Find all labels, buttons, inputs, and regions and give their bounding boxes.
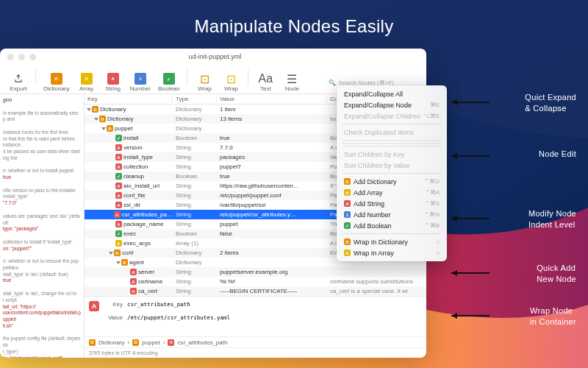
menu-expand-collapse-children: Expand/Collapse Children⌥⌘E: [337, 110, 447, 121]
menu-item[interactable]: ✓Add Boolean⌃⌘B: [337, 220, 447, 231]
row-key: collection: [123, 163, 148, 170]
type-icon: D: [99, 116, 106, 122]
row-type: Dictionary: [173, 125, 217, 132]
status-bar: 3765 bytes in UTF-8 encoding: [85, 347, 426, 358]
type-icon: D: [344, 238, 351, 245]
add-dictionary-button[interactable]: DDictionary: [40, 73, 73, 92]
menu-item[interactable]: DWrap In Dictionary○: [337, 236, 447, 247]
chevron-right-icon: ›: [163, 339, 165, 346]
row-type: Dictionary: [173, 250, 217, 256]
dictionary-icon: D: [51, 73, 62, 85]
menu-item[interactable]: AAdd Array⌃⌘A: [337, 187, 447, 198]
menu-item[interactable]: AWrap In Array○: [337, 247, 447, 258]
boolean-icon: ✓: [163, 73, 175, 85]
row-key: aio_install_url: [123, 183, 159, 189]
row-type: String: [173, 221, 217, 227]
row-key: ssl_dir: [123, 202, 140, 208]
row-key: csr_attributes_pa…: [122, 211, 173, 218]
type-icon: 1: [344, 211, 351, 218]
string-icon: A: [107, 73, 119, 85]
menu-item[interactable]: AAdd String⌃⌘S: [337, 198, 447, 209]
type-icon: A: [115, 163, 122, 170]
menu-item[interactable]: DAdd Dictionary⌃⌘D: [337, 176, 447, 187]
row-type: String: [173, 269, 217, 275]
disclosure-triangle-icon[interactable]: [87, 108, 91, 111]
svg-marker-8: [451, 270, 457, 276]
table-row[interactable]: AserverStringpuppetserver.example.org: [85, 267, 426, 277]
svg-marker-6: [451, 216, 457, 222]
add-array-button[interactable]: AArray: [74, 73, 99, 92]
row-key: server: [138, 269, 154, 275]
disclosure-triangle-icon[interactable]: [94, 118, 98, 121]
row-type: Dictionary: [173, 259, 217, 266]
col-type[interactable]: Type: [173, 96, 217, 102]
annotation-add: Quick AddNew Node: [537, 263, 576, 286]
type-icon: A: [115, 154, 122, 160]
add-string-button[interactable]: AString: [101, 73, 126, 92]
menu-item[interactable]: 1Add Number⌃⌘N: [337, 209, 447, 220]
node-mode-button[interactable]: ☰Node: [279, 73, 304, 92]
row-value: /var/lib/puppet/ssl: [217, 202, 327, 208]
type-icon: A: [130, 278, 137, 285]
row-type: String: [173, 288, 217, 294]
row-key: ca_cert: [138, 288, 157, 294]
wrap-icon: ⊡: [225, 73, 237, 85]
row-key: agent: [129, 259, 144, 266]
number-icon: 1: [135, 73, 146, 85]
menu-expand-collapse-all[interactable]: Expand/Collapse All: [337, 88, 447, 99]
dictionary-icon: D: [89, 339, 96, 346]
menu-separator: [343, 173, 441, 174]
menu-separator: [343, 146, 441, 146]
add-number-button[interactable]: 1Number: [127, 73, 154, 92]
breadcrumb[interactable]: DDictionary › Dpuppet › Acsr_attributes_…: [85, 336, 426, 347]
svg-marker-10: [451, 313, 457, 319]
row-key: install: [123, 135, 138, 141]
window-filename: ud-init-puppet.yml: [11, 53, 419, 60]
type-icon: D: [344, 178, 351, 185]
type-icon: ✓: [115, 173, 122, 180]
table-row[interactable]: AcertnameString%i.%fcertname supports su…: [85, 277, 426, 286]
disclosure-triangle-icon[interactable]: [116, 261, 121, 264]
annotation-indent: Modify NodeIndent Level: [528, 209, 576, 231]
row-comment: ca_cert is a special case. It wi: [327, 288, 426, 294]
chevron-right-icon: ›: [128, 339, 130, 346]
row-type: Boolean: [173, 230, 217, 237]
row-value: true: [217, 173, 327, 180]
source-code-pane[interactable]: gion in example file to automatically se…: [0, 94, 85, 358]
row-key: Dictionary: [107, 116, 134, 122]
col-value[interactable]: Value: [217, 96, 327, 102]
row-key: install_type: [123, 154, 153, 160]
row-value: puppet: [217, 221, 327, 227]
toolbar-separator: [187, 68, 187, 85]
export-button[interactable]: Export: [6, 73, 31, 92]
row-value: 2 items: [217, 250, 327, 256]
menu-separator: [343, 140, 441, 141]
row-key: exec_args: [123, 240, 151, 247]
menu-separator: [343, 143, 441, 144]
disclosure-triangle-icon[interactable]: [109, 252, 113, 255]
wrap-icon: ⊡: [198, 73, 210, 85]
row-type: String: [173, 192, 217, 199]
row-type: Dictionary: [173, 116, 217, 122]
row-value: /etc/puppet/csr_attributes.y…: [217, 211, 327, 218]
menu-sort-value: Sort Children by Value: [337, 160, 447, 171]
dictionary-icon: D: [132, 339, 139, 346]
row-type: Dictionary: [173, 106, 217, 113]
row-type: String: [173, 211, 217, 218]
detail-key-value[interactable]: csr_attributes_path: [127, 301, 190, 311]
text-mode-button[interactable]: AaText: [253, 73, 278, 92]
row-type: Array (1): [173, 240, 217, 247]
row-key: Dictionary: [100, 106, 126, 113]
disclosure-triangle-icon[interactable]: [101, 127, 106, 130]
detail-value-value[interactable]: /etc/puppet/csr_attributes.yaml: [127, 314, 230, 321]
wrap-button-1[interactable]: ⊡Wrap: [192, 73, 217, 92]
col-key[interactable]: Key: [85, 96, 173, 102]
type-icon: D: [114, 250, 121, 256]
menu-expand-collapse-node[interactable]: Expand/Collapse Node⌘E: [337, 99, 447, 110]
menu-check-duplicated: Check Duplicated Items: [337, 127, 447, 138]
wrap-button-2[interactable]: ⊡Wrap: [218, 73, 243, 92]
row-type: String: [173, 163, 217, 170]
table-row[interactable]: Aca_certString-----BEGIN CERTIFICATE----…: [85, 286, 426, 296]
add-boolean-button[interactable]: ✓Boolean: [155, 73, 182, 92]
type-icon: ✓: [115, 135, 122, 141]
